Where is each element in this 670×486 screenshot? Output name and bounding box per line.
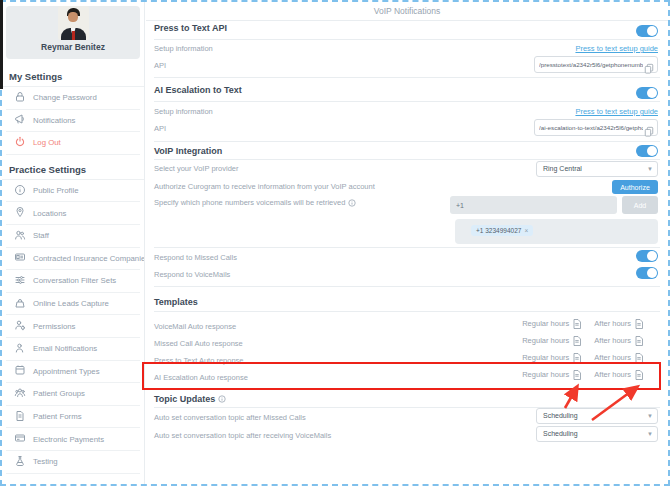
topic-voicemails-select[interactable]: Scheduling▼ — [536, 426, 658, 442]
regular-hours-link[interactable]: Regular hours — [522, 319, 569, 328]
sidebar-item-electronic-payments[interactable]: Electronic Payments — [6, 428, 140, 451]
after-hours-link[interactable]: After hours — [594, 353, 631, 362]
topic-updates-title-text: Topic Updates — [154, 394, 215, 404]
sidebar-item-label: Public Profile — [33, 186, 79, 195]
practice-settings-list: Public Profile Locations Staff Contracte… — [2, 180, 144, 474]
copy-icon[interactable] — [644, 60, 654, 71]
regular-hours-link[interactable]: Regular hours — [522, 370, 569, 379]
regular-hours-link[interactable]: Regular hours — [522, 353, 569, 362]
sidebar-item-online-leads-capture[interactable]: Online Leads Capture — [6, 293, 140, 316]
sidebar-item-label: Patient Forms — [33, 412, 82, 421]
sidebar-item-locations[interactable]: Locations — [6, 202, 140, 225]
sidebar-item-label: Locations — [33, 209, 66, 218]
sidebar-item-label: Online Leads Capture — [33, 299, 109, 308]
sidebar-item-testing[interactable]: Testing — [6, 451, 140, 474]
sidebar-item-label: Permissions — [33, 322, 75, 331]
sidebar-item-public-profile[interactable]: Public Profile — [6, 180, 140, 203]
respond-voicemails-toggle[interactable] — [636, 267, 658, 279]
voip-provider-label: Select your VoIP provider — [154, 164, 239, 173]
voip-integration-toggle[interactable] — [636, 145, 658, 157]
document-icon[interactable] — [573, 353, 581, 363]
info-icon — [218, 395, 226, 403]
document-icon[interactable] — [573, 319, 581, 329]
after-hours-link[interactable]: After hours — [594, 370, 631, 379]
add-phone-button[interactable]: Add — [622, 196, 658, 214]
sidebar-item-staff[interactable]: Staff — [6, 225, 140, 248]
sidebar-item-permissions[interactable]: Permissions — [6, 315, 140, 338]
app-window: Reymar Benitez My Settings Change Passwo… — [0, 0, 670, 486]
ai-escalation-api-input[interactable] — [534, 119, 658, 136]
user-mail-icon — [14, 340, 26, 358]
sidebar-item-patient-forms[interactable]: Patient Forms — [6, 406, 140, 429]
copy-icon[interactable] — [644, 123, 654, 134]
ai-escalation-toggle[interactable] — [636, 87, 658, 99]
setup-information-label: Setup information — [154, 44, 213, 53]
topic-voicemails-label: Auto set conversation topic after receiv… — [154, 431, 331, 440]
ai-escalation-title: AI Escalation to Text — [154, 85, 242, 95]
authorize-label: Authorize Curogram to receive informatio… — [154, 182, 375, 191]
page-title: VoIP Notifications — [146, 6, 668, 16]
sidebar-item-log-out[interactable]: Log Out — [6, 132, 140, 155]
users-icon — [14, 227, 26, 245]
press-to-text-setup-guide-link[interactable]: Press to text setup guide — [575, 44, 658, 53]
document-icon[interactable] — [635, 336, 643, 346]
phones-label-text: Specify which phone numbers voicemails w… — [154, 198, 345, 207]
document-icon[interactable] — [635, 319, 643, 329]
respond-missed-calls-label: Respond to Missed Calls — [154, 253, 237, 262]
phone-number-input[interactable] — [450, 196, 617, 214]
my-settings-list: Change Password Notifications Log Out — [2, 87, 144, 155]
voip-provider-select[interactable]: Ring Central▼ — [536, 161, 658, 177]
sliders-icon — [14, 272, 26, 290]
chip-remove-icon[interactable]: × — [524, 227, 528, 234]
sidebar-item-conversation-filter-sets[interactable]: Conversation Filter Sets — [6, 270, 140, 293]
sidebar: Reymar Benitez My Settings Change Passwo… — [2, 2, 145, 484]
regular-hours-link[interactable]: Regular hours — [522, 336, 569, 345]
press-to-text-api-toggle[interactable] — [636, 25, 658, 37]
sidebar-item-label: Appointment Types — [33, 367, 100, 376]
respond-missed-calls-toggle[interactable] — [636, 250, 658, 262]
sidebar-item-label: Testing — [33, 457, 58, 466]
sidebar-item-change-password[interactable]: Change Password — [6, 87, 140, 110]
document-icon[interactable] — [573, 370, 581, 380]
sidebar-item-patient-groups[interactable]: Patient Groups — [6, 383, 140, 406]
credit-card-icon — [14, 430, 26, 448]
main-content: VoIP Notifications Press to Text API Set… — [146, 2, 668, 484]
document-icon[interactable] — [635, 370, 643, 380]
document-icon[interactable] — [573, 336, 581, 346]
after-hours-link[interactable]: After hours — [594, 319, 631, 328]
template-row-missed-call: Missed Call Auto response Regular hours … — [154, 332, 668, 349]
phone-chip-panel: +1 3234994027× — [455, 219, 658, 244]
practice-settings-header: Practice Settings — [2, 164, 144, 180]
api-label: API — [154, 61, 166, 70]
templates-title: Templates — [154, 297, 198, 307]
voip-integration-title: VoIP Integration — [154, 146, 222, 156]
sidebar-item-label: Staff — [33, 231, 49, 240]
template-row-voicemail: VoiceMail Auto response Regular hours Af… — [154, 315, 668, 332]
authorize-button[interactable]: Authorize — [612, 180, 658, 194]
sidebar-item-contracted-insurance-companies[interactable]: Contracted Insurance Companies — [6, 248, 140, 271]
sidebar-item-label: Notifications — [33, 116, 75, 125]
press-to-text-api-input[interactable] — [534, 56, 658, 73]
sidebar-item-email-notifications[interactable]: Email Notifications — [6, 338, 140, 361]
divider — [154, 247, 660, 248]
topic-missed-calls-select[interactable]: Scheduling▼ — [536, 408, 658, 424]
ai-setup-guide-link[interactable]: Press to text setup guide — [575, 107, 658, 116]
sidebar-item-notifications[interactable]: Notifications — [6, 110, 140, 133]
divider — [154, 39, 660, 40]
id-card-icon — [14, 249, 26, 267]
info-icon — [348, 199, 356, 207]
divider — [154, 159, 660, 160]
template-label: Press to Text Auto reponse — [154, 356, 244, 365]
sidebar-item-label: Contracted Insurance Companies — [33, 254, 145, 263]
phones-label: Specify which phone numbers voicemails w… — [154, 198, 356, 207]
people-group-icon — [14, 385, 26, 403]
document-icon[interactable] — [635, 353, 643, 363]
sidebar-item-appointment-types[interactable]: Appointment Types — [6, 361, 140, 384]
divider — [154, 101, 660, 102]
press-to-text-api-title: Press to Text API — [154, 23, 227, 33]
template-row-ai-escalation: AI Escalation Auto response Regular hour… — [154, 366, 668, 383]
after-hours-link[interactable]: After hours — [594, 336, 631, 345]
sidebar-item-label: Conversation Filter Sets — [33, 276, 116, 285]
topic-missed-calls-value: Scheduling — [543, 412, 578, 419]
chevron-down-icon: ▼ — [647, 427, 653, 442]
